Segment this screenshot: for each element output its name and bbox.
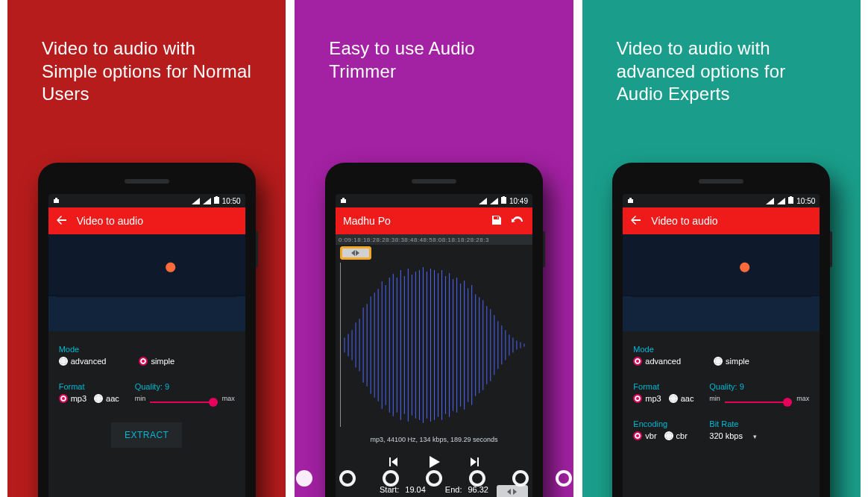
save-icon[interactable]: [491, 214, 503, 228]
quality-slider[interactable]: [725, 401, 792, 403]
quality-max-label: max: [796, 395, 809, 402]
back-arrow-icon[interactable]: [630, 214, 642, 228]
status-time: 10:50: [222, 197, 241, 205]
svg-rect-3: [216, 196, 218, 197]
svg-rect-4: [341, 199, 346, 203]
audio-metadata: mp3, 44100 Hz, 134 kbps, 189.29 seconds: [336, 436, 532, 443]
wifi-icon: [192, 198, 200, 204]
bitrate-label: Bit Rate: [709, 419, 809, 428]
status-bar: 10:49: [336, 194, 532, 207]
svg-rect-6: [501, 197, 506, 204]
mode-label: Mode: [59, 345, 235, 354]
mode-radio-advanced[interactable]: advanced: [633, 357, 681, 366]
back-arrow-icon[interactable]: [56, 214, 68, 228]
phone-mockup: 10:49 Madhu Po 0:09:18:18:28:28:38:38:: [325, 163, 543, 497]
toolbar-title: Video to audio: [77, 215, 143, 227]
quality-slider[interactable]: [150, 401, 217, 403]
svg-rect-2: [214, 197, 219, 204]
bitrate-value: 320 kbps: [709, 431, 743, 440]
chevron-down-icon: [747, 431, 757, 440]
mode-radio-simple[interactable]: simple: [714, 357, 749, 366]
app-indicator-icon: [627, 197, 634, 205]
promo-panel-simple: Video to audio with Simple options for N…: [7, 0, 286, 497]
status-bar: 10:50: [48, 194, 245, 207]
carousel-dot[interactable]: [512, 470, 529, 487]
carousel-dot[interactable]: [469, 470, 485, 487]
phone-earpiece: [412, 179, 456, 184]
phone-mockup: 10:50 Video to audio Mode advanced: [612, 163, 830, 497]
carousel-dot[interactable]: [383, 470, 399, 487]
format-label: Format: [59, 382, 128, 391]
trim-start-value[interactable]: 19.04: [405, 485, 426, 494]
svg-rect-5: [342, 198, 345, 199]
skip-next-icon[interactable]: [469, 456, 481, 469]
svg-rect-1: [55, 198, 57, 199]
quality-max-label: max: [222, 395, 235, 402]
format-radio-aac[interactable]: aac: [94, 394, 119, 403]
trim-handle-end[interactable]: [497, 485, 528, 497]
video-thumbnail[interactable]: [623, 234, 820, 331]
app-indicator-icon: [340, 197, 347, 205]
panel-headline: Video to audio with Simple options for N…: [42, 37, 251, 106]
toolbar-title: Video to audio: [651, 215, 717, 227]
battery-icon: [501, 196, 506, 205]
signal-icon: [777, 198, 785, 204]
svg-rect-7: [503, 196, 505, 197]
format-label: Format: [633, 382, 702, 391]
quality-min-label: min: [709, 395, 720, 402]
wifi-icon: [479, 198, 487, 204]
wifi-icon: [766, 198, 774, 204]
phone-mockup: 10:50 Video to audio Mode advanced: [38, 163, 256, 497]
encoding-radio-cbr[interactable]: cbr: [664, 431, 688, 440]
quality-label: Quality: 9: [709, 382, 809, 391]
svg-rect-60: [790, 196, 792, 197]
svg-rect-57: [628, 199, 633, 203]
quality-label: Quality: 9: [135, 382, 235, 391]
mode-label: Mode: [633, 345, 809, 354]
app-toolbar: Video to audio: [48, 207, 245, 234]
phone-earpiece: [699, 179, 743, 184]
promo-panel-trimmer: Easy to use Audio Trimmer 10:49: [295, 0, 573, 497]
promo-panel-advanced: Video to audio with advanced options for…: [582, 0, 861, 497]
mode-radio-advanced[interactable]: advanced: [59, 357, 107, 366]
undo-icon[interactable]: [512, 214, 525, 228]
quality-min-label: min: [135, 395, 146, 402]
status-time: 10:49: [509, 197, 528, 205]
carousel-dot[interactable]: [339, 470, 356, 487]
toolbar-title: Madhu Po: [343, 215, 391, 227]
encoding-label: Encoding: [633, 419, 702, 428]
battery-icon: [788, 196, 793, 205]
status-time: 10:50: [796, 197, 815, 205]
trim-end-label: End:: [445, 485, 462, 494]
extract-button[interactable]: EXTRACT: [111, 422, 183, 448]
trim-handle-start[interactable]: [340, 246, 371, 260]
carousel-dot[interactable]: [556, 470, 572, 487]
svg-rect-59: [788, 197, 793, 204]
play-icon[interactable]: [426, 454, 442, 472]
status-bar: 10:50: [623, 194, 820, 207]
panel-headline: Video to audio with advanced options for…: [617, 37, 826, 106]
format-radio-mp3[interactable]: mp3: [59, 394, 87, 403]
bitrate-dropdown[interactable]: 320 kbps: [709, 431, 809, 440]
time-scale: 0:09:18:18:28:28:38:38:48:48:58:08:18:18…: [336, 234, 532, 245]
carousel-dot[interactable]: [296, 470, 312, 487]
format-radio-mp3[interactable]: mp3: [633, 394, 661, 403]
video-thumbnail[interactable]: [48, 234, 245, 331]
app-toolbar: Video to audio: [623, 207, 820, 234]
signal-icon: [490, 198, 498, 204]
carousel-dot[interactable]: [426, 470, 442, 487]
waveform[interactable]: [340, 263, 528, 427]
battery-icon: [214, 196, 219, 205]
app-indicator-icon: [53, 197, 60, 205]
svg-rect-0: [54, 199, 59, 203]
format-radio-aac[interactable]: aac: [669, 394, 694, 403]
skip-previous-icon[interactable]: [387, 456, 399, 469]
signal-icon: [203, 198, 211, 204]
svg-rect-58: [629, 198, 632, 199]
mode-radio-simple[interactable]: simple: [139, 357, 174, 366]
encoding-radio-vbr[interactable]: vbr: [633, 431, 656, 440]
panel-headline: Easy to use Audio Trimmer: [329, 37, 538, 83]
app-toolbar: Madhu Po: [336, 207, 532, 234]
phone-earpiece: [125, 179, 169, 184]
